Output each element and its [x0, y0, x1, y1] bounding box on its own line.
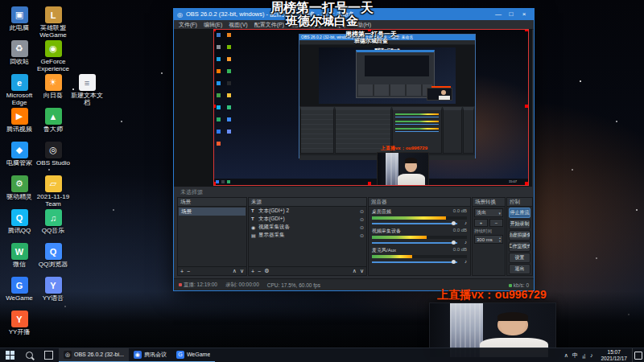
- source-down-button[interactable]: ∨: [360, 268, 364, 274]
- speaker-icon[interactable]: ♪: [464, 259, 467, 264]
- search-button[interactable]: [20, 348, 39, 362]
- visibility-eye-icon[interactable]: ⊙: [360, 216, 364, 222]
- selection-handles[interactable]: [214, 30, 216, 31]
- duration-spinbox[interactable]: 300 ms ▴ ▾: [474, 235, 503, 244]
- taskbar: ◎ OBS 26.0.2 (32-bi... ◉ 腾讯会议 G WeGame ∧…: [0, 348, 644, 362]
- add-transition-button[interactable]: +: [474, 219, 488, 227]
- task-view-button[interactable]: [39, 348, 59, 362]
- recursive-preview: 周榜第一打号一天: [299, 45, 475, 106]
- desktop-icon-sunlogin[interactable]: ☀ 向日葵: [37, 74, 69, 108]
- pc-manager-icon: ◆: [11, 142, 28, 158]
- source-properties-button[interactable]: ⚙: [264, 268, 269, 274]
- visibility-eye-icon[interactable]: ⊙: [360, 232, 364, 238]
- obs-preview-area: 周榜第一打号一天 班德尔城白金 OBS 26.0.2 (32-bit, wind…: [174, 29, 532, 187]
- speaker-icon[interactable]: ♪: [464, 220, 467, 225]
- spin-down-icon[interactable]: ▾: [499, 240, 501, 243]
- sources-panel: 来源 T 文本(GDI+) 2 ⊙ T 文本(GDI+) ⊙ ◉ 视频采集设备: [248, 197, 367, 276]
- source-item-video-capture[interactable]: ◉ 视频采集设备 ⊙: [249, 223, 366, 231]
- cpu-usage: CPU: 17.5%, 60.00 fps: [267, 282, 320, 288]
- icon-label: Microsoft Edge: [2, 93, 37, 107]
- scenes-panel: 场景 场景 + − ∧ ∨: [177, 197, 247, 276]
- recursive-controls-dock: [463, 107, 474, 154]
- settings-button[interactable]: 设置: [509, 253, 530, 263]
- slider-knob[interactable]: [452, 221, 456, 225]
- controls-panel: 控制 停止推流 开始录制 启动虚拟摄像机 工作室模式 设置 退出: [506, 197, 533, 276]
- start-button[interactable]: [0, 348, 20, 362]
- desktop-icon-yy-broadcast[interactable]: Y YY开播: [3, 311, 35, 344]
- transitions-panel-title: 场景转换: [473, 198, 505, 207]
- network-icon[interactable]: ⣴: [582, 352, 586, 359]
- preview-canvas[interactable]: 周榜第一打号一天 班德尔城白金 OBS 26.0.2 (32-bit, wind…: [214, 30, 528, 185]
- scene-up-button[interactable]: ∧: [233, 268, 237, 274]
- tray-chevron-icon[interactable]: ∧: [564, 352, 568, 359]
- visibility-eye-icon[interactable]: ⊙: [360, 224, 364, 230]
- desktop-icon-recycle-bin[interactable]: ♻ 回收站: [3, 40, 35, 74]
- desktop-icon-ludashi[interactable]: ▲ 鲁大师: [37, 108, 69, 142]
- desktop-icon-wechat[interactable]: W 微信: [3, 243, 35, 277]
- remove-transition-button[interactable]: −: [489, 219, 503, 227]
- volume-icon[interactable]: ♪: [590, 352, 593, 358]
- taskbar-clock[interactable]: 15:07 2021/12/17: [596, 349, 632, 361]
- transition-select[interactable]: 淡出 ▾: [474, 208, 503, 217]
- remove-source-button[interactable]: −: [258, 269, 261, 274]
- desktop-icon-wegame[interactable]: G WeGame: [3, 277, 35, 311]
- desktop-icon-edge[interactable]: e Microsoft Edge: [3, 74, 35, 108]
- source-item-display-capture[interactable]: ▤ 显示器采集 ⊙: [249, 231, 366, 239]
- desktop-icon-qq[interactable]: Q 腾讯QQ: [3, 209, 35, 243]
- sunlogin-icon: ☀: [45, 74, 62, 91]
- desktop-icon-obs-studio[interactable]: ◎ OBS Studio: [37, 142, 69, 175]
- studio-mode-button[interactable]: 工作室模式: [509, 241, 530, 252]
- desktop-icon-pc-manager[interactable]: ◆ 电脑管家: [3, 142, 35, 175]
- desktop-icon-new-text-doc[interactable]: ≡ 新建文本文档: [71, 74, 103, 108]
- add-scene-button[interactable]: +: [180, 269, 184, 274]
- slider-knob[interactable]: [452, 260, 456, 264]
- volume-slider[interactable]: ♪: [372, 220, 467, 226]
- camera-source-icon: ◉: [251, 224, 257, 230]
- taskbar-app-wegame[interactable]: G WeGame: [171, 348, 215, 362]
- mixer-channel-video-capture: 视频采集设备0.0 dB ♪: [369, 226, 470, 245]
- desktop-icon-tencent-video[interactable]: ▶ 腾讯视频: [3, 108, 35, 142]
- qq-icon: Q: [11, 209, 28, 226]
- visibility-eye-icon[interactable]: ⊙: [360, 208, 364, 214]
- folder-icon: ▱: [45, 175, 62, 192]
- source-item-text-gdi-2[interactable]: T 文本(GDI+) 2 ⊙: [249, 207, 366, 215]
- icon-label: 微信: [2, 261, 37, 269]
- icon-label: YY开播: [2, 329, 37, 336]
- desktop-icon-geforce-experience[interactable]: ◉ GeForce Experience: [37, 40, 69, 74]
- obs-window: ◎ OBS 26.0.2 (32-bit, windows) - 配置文件: 未…: [173, 8, 535, 291]
- action-center-button[interactable]: [632, 348, 644, 362]
- add-source-button[interactable]: +: [251, 269, 254, 274]
- desktop-icon-qq-browser[interactable]: Q QQ浏览器: [37, 243, 69, 277]
- stop-streaming-button[interactable]: 停止推流: [509, 208, 530, 218]
- desktop-icon-qq-music[interactable]: ♫ QQ音乐: [37, 209, 69, 243]
- desktop-icons-column-2: L 英雄联盟WeGame ◉ GeForce Experience ☀ 向日葵 …: [37, 6, 69, 311]
- stream-title-line2: 班德尔城白金: [0, 14, 644, 29]
- wegame-icon: G: [11, 277, 28, 294]
- preview-clock: 15:07: [509, 179, 517, 183]
- scene-down-button[interactable]: ∨: [240, 268, 244, 274]
- desktop-icon-yy-voice[interactable]: Y YY语音: [37, 277, 69, 311]
- taskbar-app-meeting[interactable]: ◉ 腾讯会议: [129, 348, 171, 362]
- recording-timer: 录制: 00:00:00: [225, 282, 259, 289]
- start-recording-button[interactable]: 开始录制: [509, 219, 530, 229]
- scenes-toolbar: + − ∧ ∨: [178, 266, 246, 275]
- ime-indicator[interactable]: 中: [572, 352, 578, 360]
- remove-scene-button[interactable]: −: [187, 269, 190, 274]
- yy-voice-icon: Y: [45, 277, 62, 294]
- obs-studio-icon: ◎: [45, 142, 62, 158]
- scene-item[interactable]: 场景: [179, 208, 246, 216]
- speaker-icon[interactable]: ♪: [464, 240, 467, 245]
- desktop-icon-dated-folder[interactable]: ▱ 2021-11-19 Team: [37, 175, 69, 209]
- taskbar-app-obs[interactable]: ◎ OBS 26.0.2 (32-bi...: [59, 348, 129, 362]
- recursive-transitions-dock: [443, 107, 462, 154]
- icon-label: 电脑管家: [2, 160, 37, 167]
- slider-knob[interactable]: [452, 241, 456, 245]
- source-item-text-gdi[interactable]: T 文本(GDI+) ⊙: [249, 215, 366, 223]
- volume-slider[interactable]: ♪: [372, 259, 467, 265]
- windows-logo-icon: [6, 351, 14, 360]
- source-up-button[interactable]: ∧: [353, 268, 357, 274]
- volume-slider[interactable]: ♪: [372, 240, 467, 245]
- virtual-camera-button[interactable]: 启动虚拟摄像机: [509, 230, 530, 241]
- exit-button[interactable]: 退出: [509, 264, 530, 274]
- desktop-icon-driver-tool[interactable]: ⚙ 驱动精灵: [3, 175, 35, 209]
